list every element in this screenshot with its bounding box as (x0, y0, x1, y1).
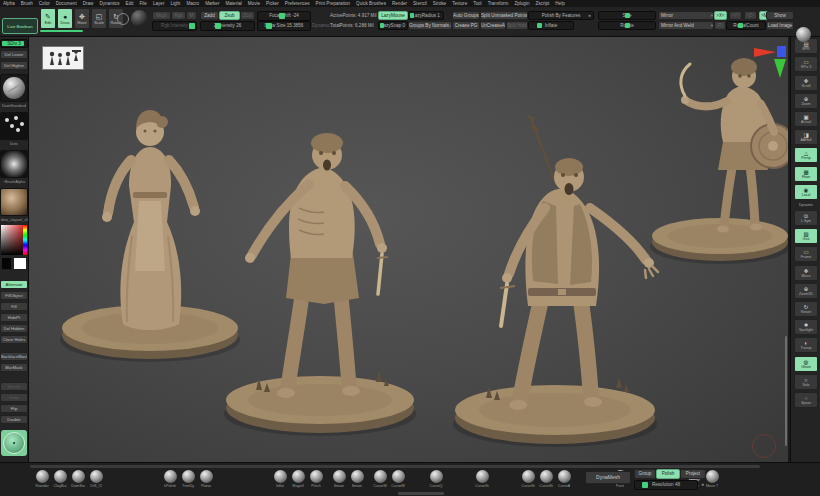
rgb-button[interactable]: Rgb (171, 11, 186, 20)
mask-button[interactable]: BackfaceMask (0, 352, 28, 361)
current-stroke-thumbnail[interactable] (0, 112, 28, 140)
zsub-button[interactable]: Zsub (219, 11, 240, 20)
right-shelf-button[interactable]: ▭ Frame (794, 246, 818, 262)
z-intensity-slider[interactable]: Z Intensity 26 (200, 21, 255, 31)
menu-item[interactable]: Picker (266, 1, 279, 6)
material-sphere-icon[interactable] (796, 27, 811, 42)
menu-item[interactable]: Edit (126, 1, 134, 6)
zcut-button[interactable]: Zcut (240, 11, 255, 20)
menu-item[interactable]: Brush (21, 1, 33, 6)
size-slider[interactable]: Size (598, 11, 656, 20)
radial-r-button[interactable]: (R) (714, 21, 726, 30)
sculpt-figure-zombie-dagger[interactable] (453, 115, 658, 447)
right-shelf-button[interactable]: ⊕ Zoom3D (794, 283, 818, 299)
main-color-swatch[interactable] (1, 257, 12, 270)
mirror-and-weld-dropdown[interactable]: Mirror And Weld▾ (658, 21, 714, 30)
crease-pg-button[interactable]: Crease PG (452, 21, 480, 30)
rgb-intensity-slider[interactable]: Rgb Intensity (152, 21, 197, 31)
right-shelf-button[interactable]: ◉ Local (794, 184, 818, 200)
resolution-nub[interactable] (642, 482, 648, 488)
polish-by-features-slider[interactable]: Polish By Features ● (528, 11, 594, 20)
live-boolean-button[interactable]: Live Boolean (2, 18, 38, 34)
menu-item[interactable]: Stroke (433, 1, 446, 6)
menu-item[interactable]: Dynamics (99, 1, 119, 6)
split-hidden-button[interactable]: Split Hidden (506, 21, 528, 30)
right-shelf-button[interactable]: ↻ Rotate (794, 301, 818, 317)
menu-item[interactable]: Document (56, 1, 77, 6)
saturation-square[interactable] (1, 225, 23, 255)
quick-brush[interactable]: ClayBui (52, 470, 68, 488)
visibility-button[interactable]: Flip (0, 404, 28, 413)
right-shelf-button[interactable]: △ Persp (794, 147, 818, 163)
quick-brush[interactable]: Move T (704, 470, 720, 488)
quick-brush[interactable]: Smoot (331, 470, 347, 488)
menu-item[interactable]: Help (555, 1, 564, 6)
quick-brush[interactable]: Standar (34, 470, 50, 488)
menu-item[interactable]: File (140, 1, 147, 6)
lazyradius-nub[interactable] (410, 13, 414, 18)
mode-button[interactable]: ✥ Move (74, 8, 90, 29)
del-lower-button[interactable]: Del Lower (0, 50, 28, 59)
quick-brush[interactable]: TrimDy (180, 470, 196, 488)
lazysnap-nub[interactable] (380, 23, 384, 28)
menu-item[interactable]: Print Preparation (316, 1, 350, 6)
load-image-button[interactable]: Load Image (766, 21, 794, 30)
left-shelf-button[interactable]: Del Hidden (0, 324, 28, 333)
lazyradius-slider[interactable]: LazyRadius 1 (408, 11, 444, 20)
resolution-modifier-dot[interactable]: ● (701, 481, 704, 487)
right-shelf-button[interactable]: ✸ Spotlight (794, 319, 818, 335)
sculpt-figure-armored-shield[interactable] (650, 58, 788, 264)
right-shelf-button[interactable]: ✥ Move (794, 265, 818, 281)
quick-brush[interactable]: CurveSt (538, 470, 554, 488)
menu-item[interactable]: Material (225, 1, 241, 6)
tray-scroll-strip[interactable] (30, 465, 760, 468)
menu-item[interactable]: Zplugin (514, 1, 529, 6)
right-shelf-button[interactable]: ⊕ Zoom (794, 93, 818, 109)
current-texture-thumbnail[interactable] (0, 188, 28, 216)
canvas-vertical-scrollbar[interactable] (785, 336, 787, 446)
left-shelf-button[interactable]: Fill (0, 302, 28, 311)
right-shelf-button[interactable]: ▧ Geo (794, 228, 818, 244)
focal-shift-slider[interactable]: Focal Shift -24 (257, 11, 311, 21)
quick-brush[interactable]: DamSta (70, 470, 86, 488)
quick-brush[interactable]: Smoot (349, 470, 365, 488)
menu-item[interactable]: Preferences (285, 1, 310, 6)
right-shelf-button[interactable]: ✥ Scroll (794, 75, 818, 91)
material-orb-widget[interactable] (1, 430, 27, 456)
del-higher-button[interactable]: Del Higher (0, 61, 28, 70)
menu-item[interactable]: Layer (153, 1, 165, 6)
visibility-button[interactable]: Grow (0, 393, 28, 402)
document-thumbnail[interactable] (42, 46, 84, 70)
right-shelf-button[interactable]: ◐ Transp (794, 337, 818, 353)
sdiv-slider[interactable]: SDiv 3 (0, 39, 28, 48)
right-shelf-button[interactable]: ⁘ Xpose (794, 392, 818, 408)
quick-brush[interactable]: CurveSt (520, 470, 536, 488)
mode-button[interactable]: ● Draw (57, 8, 73, 29)
menu-item[interactable]: Light (170, 1, 180, 6)
quick-brush[interactable]: Planar (198, 470, 214, 488)
right-shelf-button[interactable]: Dynamic (795, 202, 817, 208)
inflate-slider[interactable]: Inflate (528, 21, 574, 30)
visibility-button[interactable]: Double (0, 415, 28, 424)
left-shelf-button[interactable]: Alternate (0, 280, 28, 289)
current-alpha-thumbnail[interactable] (0, 150, 28, 178)
mode-button[interactable]: ✎ Edit (40, 8, 56, 29)
symmetry-button[interactable]: >X< (714, 11, 727, 20)
secondary-color-swatch[interactable] (13, 257, 27, 270)
rgb-intensity-nub[interactable] (189, 23, 195, 29)
right-shelf-button[interactable]: ⧉ L.Sym (794, 210, 818, 226)
quick-brush[interactable]: CurveQ (428, 470, 444, 488)
quick-brush[interactable]: CurveSr (474, 470, 490, 488)
focal-shift-nub[interactable] (279, 13, 285, 19)
right-shelf-button[interactable]: ○ Solo (794, 374, 818, 390)
picker-circle-icon[interactable] (117, 13, 129, 25)
z-intensity-nub[interactable] (215, 23, 221, 29)
curve-group-scrollbar[interactable] (398, 492, 444, 495)
axis-gizmo[interactable] (754, 46, 786, 78)
sculpt-figure-woman[interactable] (60, 110, 240, 362)
quick-brush[interactable]: CurveM (390, 470, 406, 488)
menu-item[interactable]: Draw (83, 1, 94, 6)
project-button[interactable]: Project (680, 469, 706, 479)
mrgb-button[interactable]: Mrgb (152, 11, 171, 20)
right-shelf-button[interactable]: ◨ AAHalf (794, 129, 818, 145)
